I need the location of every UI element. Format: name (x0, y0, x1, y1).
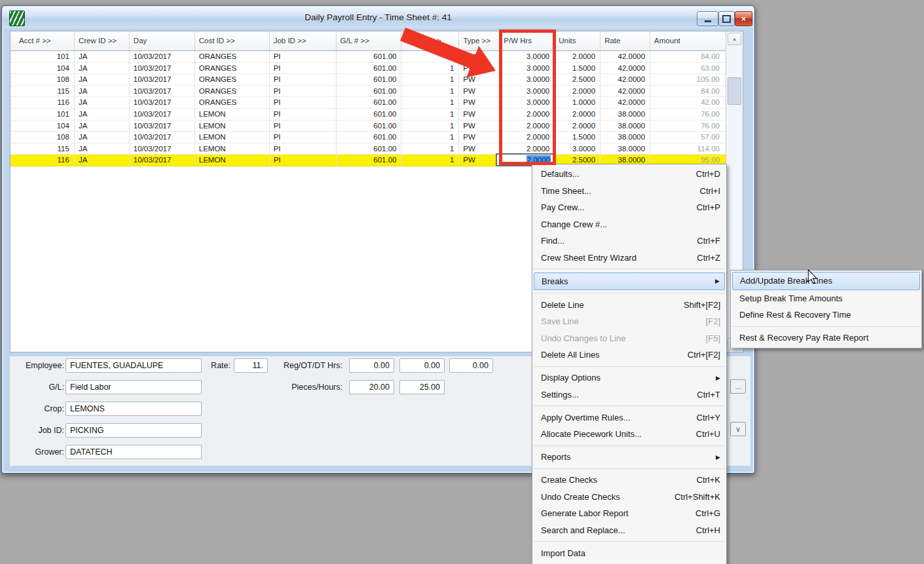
grid-cell-type[interactable]: PW (459, 63, 500, 74)
minimize-button[interactable] (697, 11, 718, 26)
menu-item-breaks[interactable]: Breaks▶ (534, 273, 725, 291)
grid-cell-day[interactable]: 10/03/2017 (130, 132, 195, 143)
grid-cell-job[interactable]: PI (270, 132, 337, 143)
dropdown-button[interactable]: ∨ (730, 422, 746, 436)
submenu-item-rest-recovery-pay-rate-report[interactable]: Rest & Recovery Pay Rate Report (731, 329, 921, 347)
close-button[interactable]: × (735, 11, 752, 26)
grid-cell-cost[interactable]: ORANGES (195, 97, 270, 108)
grid-cell-units[interactable]: 2.0000 (555, 86, 601, 97)
grower-field[interactable]: DATATECH (65, 445, 202, 459)
grid-cell-gl[interactable]: 601.00 (337, 132, 402, 143)
grid-cell-gl[interactable]: 601.00 (337, 97, 402, 108)
reg-hrs-field[interactable]: 0.00 (349, 358, 394, 373)
grid-cell-grower[interactable]: 1 (401, 51, 459, 62)
grid-cell-gl[interactable]: 601.00 (337, 74, 402, 85)
menu-item-pay-crew[interactable]: Pay Crew...Ctrl+P (532, 199, 726, 216)
grid-cell-day[interactable]: 10/03/2017 (130, 97, 195, 108)
grid-cell-acct[interactable]: 104 (10, 121, 75, 132)
pieces-field[interactable]: 20.00 (349, 380, 394, 394)
menu-item-undo-create-checks[interactable]: Undo Create ChecksCtrl+Shift+K (532, 489, 726, 506)
grid-cell-units[interactable]: 1.5000 (555, 63, 601, 74)
column-header-gl[interactable]: G/L # >> (337, 31, 402, 50)
column-header-amount[interactable]: Amount (650, 31, 726, 50)
menu-item-search-and-replace[interactable]: Search and Replace...Ctrl+H (532, 522, 726, 539)
grid-cell-rate[interactable]: 38.0000 (601, 143, 650, 155)
grid-cell-crew[interactable]: JA (75, 74, 130, 85)
menu-item-allocate-piecework-units[interactable]: Allocate Piecework Units...Ctrl+U (532, 426, 726, 443)
grid-cell-crew[interactable]: JA (75, 121, 130, 132)
grid-cell-rate[interactable]: 38.0000 (601, 109, 650, 120)
grid-cell-pw[interactable]: 2.0000 (500, 132, 555, 143)
grid-cell-amount[interactable]: 84.00 (650, 86, 726, 97)
grid-cell-rate[interactable]: 38.0000 (601, 132, 650, 143)
grid-cell-cost[interactable]: ORANGES (195, 86, 270, 97)
grid-cell-day[interactable]: 10/03/2017 (130, 143, 195, 155)
ot-hrs-field[interactable]: 0.00 (399, 358, 445, 373)
grid-cell-amount[interactable]: 57.00 (650, 132, 726, 143)
grid-cell-type[interactable]: PW (459, 86, 500, 97)
grid-cell-day[interactable]: 10/03/2017 (130, 51, 195, 62)
grid-cell-cost[interactable]: LEMON (195, 121, 270, 132)
rate-field[interactable]: 11. (234, 358, 268, 373)
job-id-field[interactable]: PICKING (65, 423, 202, 438)
grid-cell-crew[interactable]: JA (75, 63, 130, 74)
menu-item-add-employee[interactable]: Add Employee...[F12] (532, 561, 726, 564)
column-header-grower[interactable]: Grower >> (401, 31, 459, 50)
column-header-cost[interactable]: Cost ID >> (195, 31, 270, 50)
menu-item-settings[interactable]: Settings...Ctrl+T (532, 386, 726, 404)
grid-cell-crew[interactable]: JA (75, 51, 130, 62)
grid-cell-units[interactable]: 2.5000 (555, 74, 601, 85)
column-header-acct[interactable]: Acct # >> (10, 31, 75, 50)
grid-cell-crew[interactable]: JA (75, 86, 130, 97)
menu-item-defaults[interactable]: Defaults...Ctrl+D (532, 166, 726, 183)
menu-item-find[interactable]: Find...Ctrl+F (532, 233, 726, 250)
grid-cell-grower[interactable]: 1 (401, 121, 459, 132)
submenu-item-add-update-break-lines[interactable]: Add/Update Break Lines (732, 272, 920, 290)
menu-item-delete-line[interactable]: Delete LineShift+[F2] (532, 297, 726, 314)
grid-cell-gl[interactable]: 601.00 (337, 51, 402, 62)
column-header-crew[interactable]: Crew ID >> (75, 31, 130, 50)
grid-cell-job[interactable]: PI (270, 155, 337, 166)
grid-cell-acct[interactable]: 115 (10, 143, 75, 155)
grid-cell-cost[interactable]: ORANGES (195, 74, 270, 85)
scrollbar-thumb[interactable] (728, 77, 741, 105)
grid-cell-day[interactable]: 10/03/2017 (130, 155, 195, 166)
grid-cell-pw[interactable]: 3.0000 (500, 63, 555, 74)
grid-cell-day[interactable]: 10/03/2017 (130, 74, 195, 85)
grid-cell-job[interactable]: PI (270, 86, 337, 97)
table-row[interactable]: 104JA10/03/2017ORANGESPI601.001PW3.00001… (10, 63, 726, 75)
column-header-rate[interactable]: Rate (601, 31, 650, 50)
column-header-job[interactable]: Job ID >> (270, 31, 337, 50)
column-header-units[interactable]: Units (555, 31, 601, 50)
grid-cell-day[interactable]: 10/03/2017 (130, 86, 195, 97)
grid-cell-day[interactable]: 10/03/2017 (130, 109, 195, 120)
grid-cell-amount[interactable]: 42.00 (650, 97, 726, 108)
crop-field[interactable]: LEMONS (65, 402, 202, 416)
grid-cell-grower[interactable]: 1 (401, 132, 459, 143)
grid-cell-cost[interactable]: ORANGES (195, 63, 270, 74)
grid-cell-amount[interactable]: 76.00 (650, 121, 726, 132)
grid-cell-type[interactable]: PW (459, 143, 500, 155)
grid-cell-day[interactable]: 10/03/2017 (130, 63, 195, 74)
grid-cell-acct[interactable]: 104 (10, 63, 75, 74)
menu-item-change-crew[interactable]: Change Crew #... (532, 216, 726, 233)
grid-cell-rate[interactable]: 42.0000 (601, 74, 650, 85)
grid-cell-crew[interactable]: JA (75, 132, 130, 143)
grid-cell-amount[interactable]: 84.00 (650, 51, 726, 62)
grid-cell-job[interactable]: PI (270, 51, 337, 62)
restore-button[interactable] (718, 11, 735, 26)
table-row[interactable]: 108JA10/03/2017LEMONPI601.001PW2.00001.5… (10, 132, 726, 143)
grid-cell-cost[interactable]: LEMON (195, 155, 270, 166)
grid-cell-gl[interactable]: 601.00 (337, 86, 402, 97)
table-row[interactable]: 101JA10/03/2017ORANGESPI601.001PW3.00002… (10, 51, 726, 63)
grid-cell-gl[interactable]: 601.00 (337, 109, 402, 120)
table-row[interactable]: 115JA10/03/2017LEMONPI601.001PW2.00003.0… (10, 143, 726, 155)
menu-item-crew-sheet-entry-wizard[interactable]: Crew Sheet Entry WizardCtrl+Z (532, 250, 726, 267)
grid-cell-acct[interactable]: 115 (10, 86, 75, 97)
menu-item-display-options[interactable]: Display Options▶ (532, 369, 726, 386)
table-row[interactable]: 104JA10/03/2017LEMONPI601.001PW2.00002.0… (10, 121, 726, 132)
grid-cell-pw[interactable]: 2.0000 (500, 109, 555, 120)
grid-cell-gl[interactable]: 601.00 (337, 63, 402, 74)
grid-cell-amount[interactable]: 105.00 (650, 74, 726, 85)
grid-cell-type[interactable]: PW (459, 97, 500, 108)
